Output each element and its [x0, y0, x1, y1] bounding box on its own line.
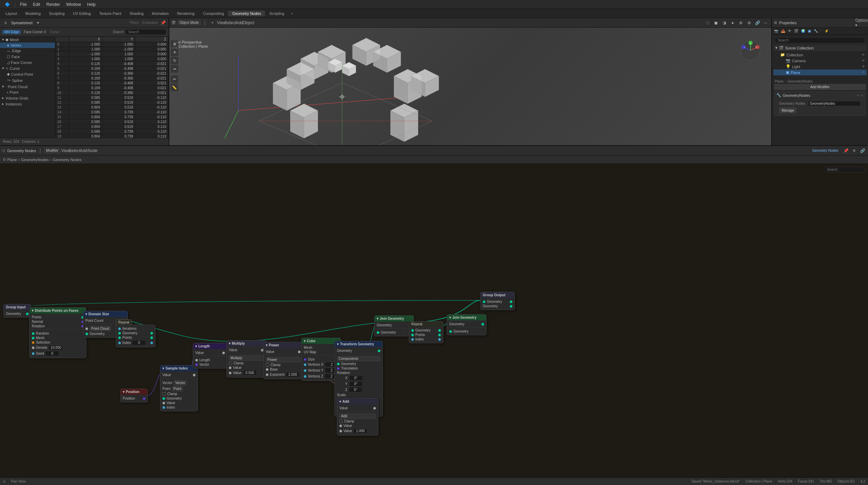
- prop-tab-object[interactable]: ▣: [806, 28, 812, 34]
- tab-geometry-nodes[interactable]: Geometry Nodes: [228, 11, 265, 16]
- node-node-btn[interactable]: Node: [89, 147, 96, 154]
- camera-eye[interactable]: 👁: [862, 59, 865, 63]
- file-menu[interactable]: File: [17, 1, 29, 8]
- prop-tab-scene[interactable]: 🎬: [793, 28, 800, 34]
- modifier-type-value[interactable]: GeometryNodes: [808, 101, 861, 106]
- viewport-3d[interactable]: User Perspective (1) Collection | Plane: [169, 28, 771, 145]
- group-input-node[interactable]: Group Input Geometry: [3, 304, 31, 318]
- curve-section-header[interactable]: ▾ ∿ Curve: [0, 65, 55, 71]
- properties-search-input[interactable]: [775, 37, 865, 43]
- add-modifier-btn[interactable]: Add Modifier: [774, 84, 866, 90]
- group-output-node[interactable]: Group Output Geometry Geometry: [480, 292, 515, 310]
- nav-gizmo[interactable]: X Y Z: [740, 40, 761, 61]
- si-point-dropdown[interactable]: Point: [172, 386, 183, 391]
- tg-rot-z-value[interactable]: 0°: [349, 387, 362, 392]
- prop-tab-particles[interactable]: ·: [819, 28, 823, 34]
- tab-animation[interactable]: Animation: [148, 11, 173, 16]
- ri-index-value[interactable]: 0: [132, 340, 146, 345]
- modifier-actions[interactable]: ↓ ✕ ⊙: [855, 94, 864, 97]
- repeat-input-node[interactable]: Iterations Geometry Points Index: [116, 325, 155, 347]
- mul-type-dropdown[interactable]: Multiply: [229, 355, 264, 361]
- pow-clamp-check[interactable]: [266, 363, 269, 367]
- tab-uv-editing[interactable]: UV Editing: [69, 11, 95, 16]
- blender-menu[interactable]: 🔷: [2, 1, 13, 8]
- properties-options[interactable]: Options ▾: [859, 19, 866, 26]
- tg-rot-y-value[interactable]: 0°: [349, 381, 363, 386]
- power-node[interactable]: ▾ Power Value Power Clamp: [263, 342, 303, 379]
- volume-grids-header[interactable]: ▸ Volume Grids: [0, 95, 55, 101]
- add-menu-btn[interactable]: +: [209, 19, 216, 26]
- si-vec-dropdown[interactable]: Vector: [173, 380, 187, 385]
- cursor-tool[interactable]: ⊕: [171, 40, 178, 48]
- collection-eye[interactable]: 👁: [862, 53, 865, 57]
- pin-icon[interactable]: 📌: [160, 19, 167, 26]
- length-node[interactable]: ▾ Length Value Length Vector: [193, 343, 227, 369]
- pin-node-btn[interactable]: 📌: [842, 147, 849, 154]
- gizmo-btn[interactable]: ⊗: [746, 19, 753, 26]
- dp-density-value[interactable]: 10.000: [49, 345, 63, 350]
- dp-seed-value[interactable]: 0: [45, 351, 59, 356]
- modifier-select[interactable]: Modifier: [44, 148, 60, 153]
- face-item[interactable]: ◻ Face: [0, 54, 55, 59]
- spreadsheet-table[interactable]: X Y Z 0-1.000-1.0000.00011.000-1.0000.00…: [55, 37, 169, 138]
- spreadsheet-search-input[interactable]: [125, 29, 167, 35]
- control-point-item[interactable]: ◆ Control Point: [0, 71, 55, 77]
- header-menu-icon[interactable]: ▾: [35, 19, 41, 26]
- mesh-section-header[interactable]: ▾ ◼ Mesh: [0, 37, 55, 43]
- snap-btn[interactable]: 🔗: [754, 19, 761, 26]
- scene-tree-light[interactable]: 💡 Light 👁: [773, 64, 867, 69]
- object-mode-dropdown[interactable]: Object Mode: [178, 20, 201, 25]
- scale-tool[interactable]: ⇔: [171, 65, 178, 73]
- mul-clamp-check[interactable]: [229, 362, 232, 365]
- shading-material-btn[interactable]: ◑: [721, 19, 728, 26]
- shading-solid-btn[interactable]: ◼: [713, 19, 719, 26]
- tab-sculpting[interactable]: Sculpting: [45, 11, 69, 16]
- point-cloud-section-header[interactable]: ▾ · Point Cloud: [0, 84, 55, 90]
- prop-tab-output[interactable]: 📤: [780, 28, 786, 34]
- close-node-btn[interactable]: ✕: [851, 147, 858, 154]
- tg-rot-x-value[interactable]: 0°: [349, 375, 363, 381]
- scene-tree-camera[interactable]: 📷 Camera 👁: [773, 58, 867, 64]
- overlay-btn[interactable]: ⊕: [737, 19, 744, 26]
- light-eye[interactable]: 👁: [862, 65, 865, 68]
- prop-tab-world[interactable]: 🌍: [800, 28, 806, 34]
- shading-wireframe-btn[interactable]: □: [704, 19, 711, 26]
- move-tool[interactable]: ✛: [171, 48, 178, 56]
- edit-menu[interactable]: Edit: [30, 1, 43, 8]
- si-clamp-check[interactable]: [162, 392, 166, 396]
- edge-item[interactable]: — Edge: [0, 48, 55, 54]
- tab-rendering[interactable]: Rendering: [173, 11, 199, 16]
- node-search-input[interactable]: [824, 167, 865, 172]
- tab-layout[interactable]: Layout: [1, 11, 21, 16]
- transform-btn[interactable]: ↔: [762, 19, 769, 26]
- node-select-btn[interactable]: Select: [71, 147, 78, 154]
- tg-comp-dropdown[interactable]: Components: [337, 356, 380, 361]
- measure-tool[interactable]: 📏: [171, 84, 178, 91]
- sample-index-node[interactable]: ▾ Sample Index Value Vector Vector Point: [160, 365, 198, 411]
- join-geo-2-node[interactable]: ▾ Join Geometry Geometry Geometry: [447, 314, 487, 335]
- node-canvas[interactable]: Group Input Geometry ▾ Distribute Points…: [0, 164, 868, 485]
- scene-tree-plane[interactable]: ▣ Plane 👁: [773, 69, 867, 75]
- select-btn[interactable]: Select: [227, 19, 234, 26]
- scene-tree-collection[interactable]: 📁 Collection 👁: [773, 52, 867, 58]
- vertex-item[interactable]: ● Vertex: [0, 43, 55, 48]
- object-btn[interactable]: Object: [245, 19, 252, 26]
- prop-tab-view[interactable]: 👁: [786, 28, 793, 34]
- prop-tab-physics[interactable]: ⚡: [823, 28, 830, 34]
- help-menu[interactable]: Help: [84, 1, 98, 8]
- node-add-btn[interactable]: Add: [80, 147, 87, 154]
- prop-tab-modifier[interactable]: 🔧: [812, 28, 819, 34]
- tab-modeling[interactable]: Modeling: [21, 11, 45, 16]
- point-item[interactable]: • Point: [0, 90, 55, 95]
- view-btn[interactable]: View: [218, 19, 225, 26]
- pow-exp-value[interactable]: 2.000: [286, 372, 300, 377]
- tab-texture-paint[interactable]: Texture Paint: [95, 11, 125, 16]
- spline-item[interactable]: 〜 Spline: [0, 77, 55, 84]
- manage-btn[interactable]: Manage: [779, 108, 796, 113]
- instances-header[interactable]: ▸ Instances: [0, 101, 55, 107]
- distribute-points-node[interactable]: ▾ Distribute Points on Faces Points Norm…: [29, 307, 86, 358]
- window-menu[interactable]: Window: [63, 1, 84, 8]
- shading-render-btn[interactable]: ●: [729, 19, 736, 26]
- add-type-dropdown[interactable]: Add: [339, 413, 376, 419]
- mul-val2-field[interactable]: 0.500: [243, 370, 257, 375]
